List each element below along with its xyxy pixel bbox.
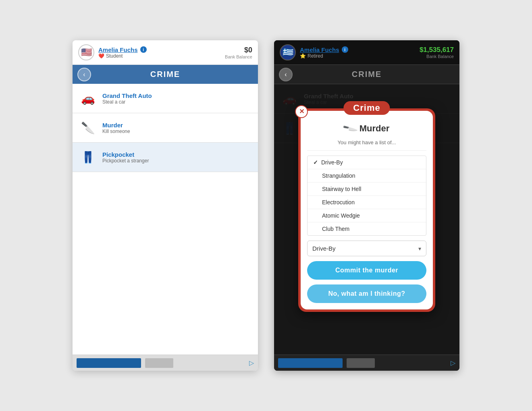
modal-overlay: Crime ✕ 🔪 Murder You might have a list o… <box>274 84 459 355</box>
right-crime-list: 🚗 Grand Theft Auto Steal a car 👖 ​ ​ Cri… <box>274 84 459 355</box>
left-ad-gray <box>145 358 173 368</box>
right-ad-icon: ▷ <box>451 359 455 367</box>
modal-description: You might have a list of... <box>307 139 426 151</box>
dropdown-select[interactable]: Drive-By ▾ <box>307 241 426 256</box>
left-crime-name-0: Grand Theft Auto <box>102 92 152 99</box>
left-car-icon: 🚗 <box>79 89 97 107</box>
right-ad-bar: ▷ <box>274 355 459 371</box>
right-profile-bar: 🇬🇷 Amelia Fuchs i ⭐ Retired $1,535,617 B… <box>274 40 459 65</box>
left-ad-bar: ▷ <box>73 355 258 371</box>
right-crime-title: CRIME <box>352 70 382 79</box>
left-balance-amount: $0 <box>225 46 252 54</box>
left-crime-name-1: Murder <box>102 122 130 129</box>
right-profile-role: ⭐ Retired <box>300 53 348 59</box>
modal-crime-name: Murder <box>360 123 390 134</box>
modal-close-button[interactable]: ✕ <box>295 105 308 118</box>
crime-modal: Crime ✕ 🔪 Murder You might have a list o… <box>298 108 435 312</box>
right-profile-name[interactable]: Amelia Fuchs <box>300 46 339 53</box>
right-phone: 🇬🇷 Amelia Fuchs i ⭐ Retired $1,535,617 B… <box>274 40 459 371</box>
left-crime-item-2[interactable]: 👖 Pickpocket Pickpocket a stranger <box>73 143 258 172</box>
modal-crime-header: 🔪 Murder <box>344 123 390 134</box>
right-profile-left: 🇬🇷 Amelia Fuchs i ⭐ Retired <box>280 44 348 60</box>
right-ad-blue <box>278 358 343 368</box>
left-profile-role: ❤️ Student <box>98 53 147 59</box>
cancel-button[interactable]: No, what am I thinking? <box>307 284 426 303</box>
right-info-badge[interactable]: i <box>342 46 348 53</box>
left-profile-info: Amelia Fuchs i ❤️ Student <box>98 46 147 59</box>
right-balance-section: $1,535,617 Bank Balance <box>420 46 454 59</box>
left-info-badge[interactable]: i <box>140 46 147 53</box>
left-crime-title: CRIME <box>150 70 180 79</box>
dropdown-option-3[interactable]: Electrocution <box>308 196 426 209</box>
left-balance-label: Bank Balance <box>225 54 252 59</box>
left-crime-desc-2: Pickpocket a stranger <box>102 158 149 164</box>
left-ad-blue <box>77 358 141 368</box>
right-profile-info: Amelia Fuchs i ⭐ Retired <box>300 46 348 59</box>
left-profile-bar: 🇺🇸 Amelia Fuchs i ❤️ Student $0 Bank Bal… <box>73 40 258 65</box>
dropdown-selected-value: Drive-By <box>312 245 336 252</box>
right-crime-header: ‹ CRIME <box>274 65 459 84</box>
right-flag-icon: 🇬🇷 <box>280 44 296 60</box>
left-phone: 🇺🇸 Amelia Fuchs i ❤️ Student $0 Bank Bal… <box>73 40 258 371</box>
modal-title: Crime <box>343 101 390 115</box>
dropdown-option-1[interactable]: Strangulation <box>308 169 426 183</box>
dropdown-arrow-icon: ▾ <box>418 245 421 252</box>
modal-knife-icon: 🔪 <box>342 120 358 136</box>
left-profile-name[interactable]: Amelia Fuchs <box>98 46 138 53</box>
left-crime-desc-0: Steal a car <box>102 99 152 105</box>
right-role-icon: ⭐ <box>300 53 306 59</box>
dropdown-option-5[interactable]: Club Them <box>308 222 426 235</box>
dropdown-option-4[interactable]: Atomic Wedgie <box>308 209 426 222</box>
left-crime-header: ‹ CRIME <box>73 65 258 84</box>
dropdown-option-2[interactable]: Stairway to Hell <box>308 183 426 196</box>
right-role-label: Retired <box>308 53 323 59</box>
left-crime-item-0[interactable]: 🚗 Grand Theft Auto Steal a car <box>73 84 258 113</box>
left-crime-list: 🚗 Grand Theft Auto Steal a car 🔪 Murder … <box>73 84 258 355</box>
modal-inner: 🔪 Murder You might have a list of... Dri… <box>301 111 433 309</box>
left-balance-section: $0 Bank Balance <box>225 46 252 59</box>
right-ad-gray <box>347 358 375 368</box>
dropdown-options-list: Drive-By Strangulation Stairway to Hell … <box>307 156 426 236</box>
right-balance-label: Bank Balance <box>420 54 454 59</box>
right-back-button[interactable]: ‹ <box>279 68 293 81</box>
left-flag-icon: 🇺🇸 <box>78 44 94 60</box>
left-profile-left: 🇺🇸 Amelia Fuchs i ❤️ Student <box>78 44 147 60</box>
left-role-label: Student <box>106 53 123 59</box>
commit-murder-button[interactable]: Commit the murder <box>307 261 426 280</box>
left-back-button[interactable]: ‹ <box>77 68 91 81</box>
right-balance-amount: $1,535,617 <box>420 46 454 54</box>
left-knife-icon: 🔪 <box>79 119 97 137</box>
left-pants-icon: 👖 <box>79 148 97 166</box>
dropdown-option-0[interactable]: Drive-By <box>308 156 426 169</box>
left-crime-item-1[interactable]: 🔪 Murder Kill someone <box>73 113 258 143</box>
left-crime-name-2: Pickpocket <box>102 151 149 158</box>
left-ad-icon: ▷ <box>249 359 254 367</box>
left-crime-desc-1: Kill someone <box>102 129 130 134</box>
left-role-icon: ❤️ <box>98 53 104 59</box>
modal-close-icon: ✕ <box>299 108 304 115</box>
